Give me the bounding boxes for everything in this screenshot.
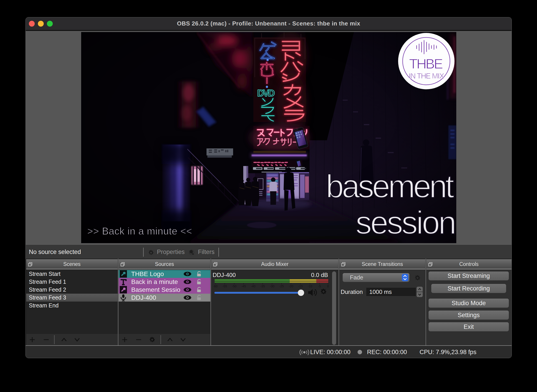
svg-text:-5: -5 xyxy=(318,285,321,288)
svg-text:session: session xyxy=(356,204,456,241)
svg-text:-55: -55 xyxy=(222,285,227,288)
svg-text:-40: -40 xyxy=(251,285,255,288)
svg-text:-35: -35 xyxy=(260,285,265,288)
svg-text:-60: -60 xyxy=(213,285,218,288)
svg-text:basement: basement xyxy=(326,168,454,205)
svg-text:>> Back in a minute <<: >> Back in a minute << xyxy=(87,226,192,237)
svg-text:IN THE MIX: IN THE MIX xyxy=(409,72,445,80)
svg-text:-15: -15 xyxy=(298,285,303,288)
svg-text:-20: -20 xyxy=(289,285,293,288)
svg-text:-45: -45 xyxy=(241,285,246,288)
svg-text:-25: -25 xyxy=(279,285,284,288)
svg-text:-50: -50 xyxy=(232,285,236,288)
svg-text:-30: -30 xyxy=(270,285,274,288)
svg-text:0: 0 xyxy=(327,285,329,288)
svg-text:THBE: THBE xyxy=(409,56,444,71)
